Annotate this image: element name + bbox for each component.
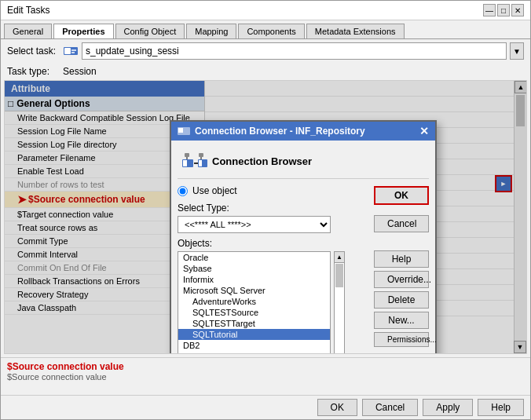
select-task-value: ▼ xyxy=(63,42,524,60)
dialog-title-text: Connection Browser - INF_Repository xyxy=(195,126,365,137)
objects-label: Objects: xyxy=(178,238,429,249)
dialog-header-text: Connection Browser xyxy=(212,155,312,167)
maximize-button[interactable]: □ xyxy=(497,4,510,16)
svg-rect-1 xyxy=(64,48,71,54)
tabs-bar: General Properties Config Object Mapping… xyxy=(1,20,530,39)
use-object-radio[interactable] xyxy=(178,186,188,196)
cancel-button[interactable]: Cancel xyxy=(374,215,429,232)
dialog-header-icon-row: Connection Browser xyxy=(178,147,429,179)
delete-button[interactable]: Delete xyxy=(374,291,429,309)
select-task-dropdown-btn[interactable]: ▼ xyxy=(510,42,524,60)
task-type-label: Task type: xyxy=(7,66,58,77)
dialog-icon xyxy=(178,126,190,137)
obj-informix[interactable]: Informix xyxy=(178,274,330,285)
objects-list[interactable]: Oracle Sybase Informix Microsoft SQL Ser… xyxy=(178,251,331,354)
svg-rect-7 xyxy=(183,160,187,166)
ok-button[interactable]: OK xyxy=(374,186,429,205)
connection-browser-dialog: Connection Browser - INF_Repository ✕ xyxy=(170,120,437,354)
svg-rect-10 xyxy=(199,160,202,166)
obj-scroll-area xyxy=(335,263,344,353)
minimize-button[interactable]: — xyxy=(483,4,496,16)
select-task-label: Select task: xyxy=(7,46,58,57)
dialog-action-buttons: Help Override... Delete New... Permissio… xyxy=(374,250,429,347)
dialog-overlay: Connection Browser - INF_Repository ✕ xyxy=(5,81,526,353)
tab-mapping[interactable]: Mapping xyxy=(186,24,236,38)
dialog-title-bar: Connection Browser - INF_Repository ✕ xyxy=(171,122,435,141)
main-area: Attribute □ General Options Write Backwa… xyxy=(4,80,527,354)
window-controls: — □ ✕ xyxy=(483,4,524,16)
obj-sybase[interactable]: Sybase xyxy=(178,263,330,274)
objects-vscroll[interactable]: ▲ ▼ xyxy=(334,251,345,354)
bottom-title: $Source connection value xyxy=(7,361,524,372)
tab-components[interactable]: Components xyxy=(238,24,304,38)
bottom-cancel-button[interactable]: Cancel xyxy=(362,399,418,416)
bottom-apply-button[interactable]: Apply xyxy=(423,399,473,416)
dialog-close-button[interactable]: ✕ xyxy=(419,125,429,137)
bottom-buttons: OK Cancel Apply Help xyxy=(1,395,530,419)
tab-config-object[interactable]: Config Object xyxy=(115,24,185,38)
help-button[interactable]: Help xyxy=(374,250,429,268)
tab-metadata-extensions[interactable]: Metadata Extensions xyxy=(306,24,405,38)
bottom-desc: $Source connection value xyxy=(7,372,524,382)
override-button[interactable]: Override... xyxy=(374,271,429,288)
obj-adventureworks[interactable]: AdventureWorks xyxy=(178,296,330,307)
bottom-ok-button[interactable]: OK xyxy=(317,399,357,416)
task-type-row: Task type: Session xyxy=(1,63,530,80)
task-icon xyxy=(63,43,79,59)
obj-scroll-down[interactable]: ▼ xyxy=(335,353,344,354)
dialog-body: Connection Browser Use object OK Select … xyxy=(171,141,435,354)
type-select[interactable]: <<**** ALL ****>> xyxy=(178,216,331,233)
bottom-info: $Source connection value $Source connect… xyxy=(1,357,530,395)
task-type-text: Session xyxy=(63,66,97,77)
obj-mssql[interactable]: Microsoft SQL Server xyxy=(178,285,330,296)
obj-scroll-up[interactable]: ▲ xyxy=(335,252,344,263)
tab-general[interactable]: General xyxy=(4,24,52,38)
main-window: Edit Tasks — □ ✕ General Properties Conf… xyxy=(0,0,531,420)
title-bar: Edit Tasks — □ ✕ xyxy=(1,1,530,20)
obj-oracle[interactable]: Oracle xyxy=(178,252,330,263)
bottom-help-button[interactable]: Help xyxy=(478,399,524,416)
obj-db2[interactable]: DB2 xyxy=(178,340,330,351)
connection-browser-icon xyxy=(181,152,206,170)
obj-sqltutorial[interactable]: SQLTutorial xyxy=(178,329,330,340)
window-title: Edit Tasks xyxy=(7,5,49,16)
obj-sqltestsource[interactable]: SQLTESTSource xyxy=(178,307,330,318)
task-type-value: Session xyxy=(63,66,524,77)
permissions-button[interactable]: Permissions... xyxy=(374,332,429,347)
dialog-title-left: Connection Browser - INF_Repository xyxy=(178,126,365,137)
obj-sqltesttarget[interactable]: SQLTESTTarget xyxy=(178,318,330,329)
close-button[interactable]: ✕ xyxy=(511,4,524,16)
select-task-row: Select task: ▼ xyxy=(1,39,530,63)
tab-properties[interactable]: Properties xyxy=(53,24,113,38)
svg-rect-5 xyxy=(178,128,183,133)
obj-scroll-thumb xyxy=(335,264,343,287)
use-object-label: Use object xyxy=(192,185,237,196)
new-button[interactable]: New... xyxy=(374,312,429,329)
svg-rect-13 xyxy=(185,153,189,157)
select-task-input[interactable] xyxy=(82,42,507,60)
svg-rect-14 xyxy=(199,153,203,157)
